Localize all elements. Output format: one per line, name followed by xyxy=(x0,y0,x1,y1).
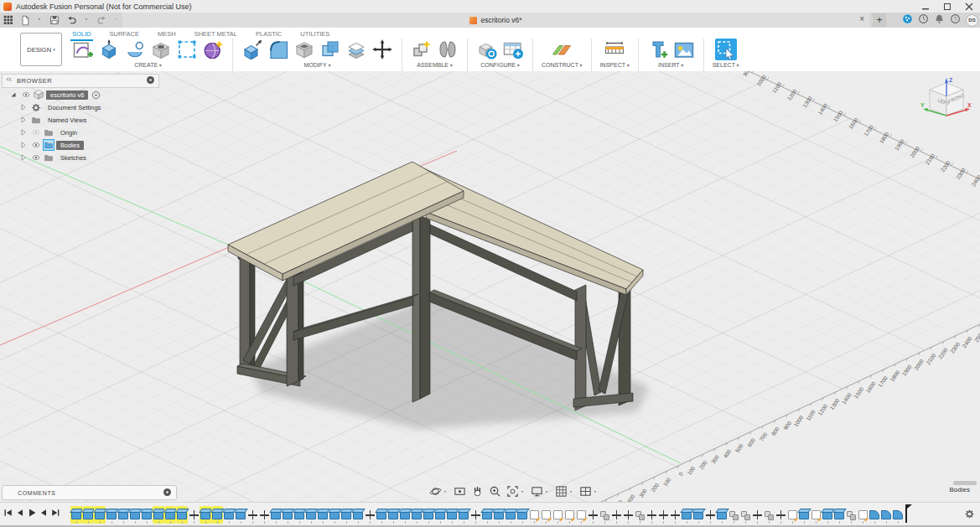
create-sketch-icon[interactable] xyxy=(72,39,94,60)
timeline-feature-copy[interactable] xyxy=(728,506,739,524)
timeline-step-back-button[interactable] xyxy=(15,507,25,519)
visibility-icon[interactable] xyxy=(31,140,41,150)
document-tab-close[interactable]: × xyxy=(859,14,864,23)
notifications-icon[interactable] xyxy=(934,13,945,28)
browser-item-document-settings[interactable]: Document Settings xyxy=(18,101,159,113)
timeline-feature-extrude[interactable] xyxy=(293,506,305,524)
create-form-icon[interactable] xyxy=(202,39,224,60)
timeline-feature-extrude[interactable] xyxy=(141,506,153,524)
timeline-feature-extrude[interactable] xyxy=(387,506,399,524)
dropdown-caret-icon[interactable] xyxy=(568,483,574,499)
visibility-icon[interactable] xyxy=(31,152,41,163)
timeline-feature-move[interactable] xyxy=(246,506,258,524)
close-button[interactable] xyxy=(958,0,980,13)
comments-panel[interactable]: COMMENTS xyxy=(2,485,177,500)
ribbon-group-label[interactable]: INSERT xyxy=(658,62,683,68)
rectangular-pattern-icon[interactable] xyxy=(176,39,198,60)
timeline-feature-sketch[interactable] xyxy=(552,506,563,524)
file-menu-icon[interactable] xyxy=(17,13,34,28)
hole-icon[interactable] xyxy=(150,39,172,60)
timeline-feature-copy[interactable] xyxy=(599,506,610,524)
move-copy-icon[interactable] xyxy=(371,39,393,60)
pan-icon[interactable] xyxy=(471,485,484,498)
timeline-feature-sketch[interactable] xyxy=(857,506,869,524)
extensions-icon[interactable] xyxy=(902,13,913,28)
ribbon-group-label[interactable]: INSPECT xyxy=(600,62,630,68)
visibility-off-icon[interactable] xyxy=(31,127,41,137)
expand-icon[interactable] xyxy=(18,152,29,163)
ribbon-group-label[interactable]: CONFIGURE xyxy=(480,62,520,68)
account-avatar[interactable]: DS xyxy=(966,14,978,27)
viewports-icon[interactable] xyxy=(579,483,599,499)
timeline-feature-extrude[interactable] xyxy=(411,506,423,524)
expand-icon[interactable] xyxy=(18,127,29,137)
timeline-feature-extrude[interactable] xyxy=(434,506,446,524)
dropdown-caret-icon[interactable] xyxy=(544,483,550,499)
minimize-button[interactable] xyxy=(915,0,936,13)
browser-item-bodies[interactable]: Bodies xyxy=(18,139,159,151)
expand-icon[interactable] xyxy=(8,90,18,100)
maximize-button[interactable] xyxy=(936,0,958,13)
save-icon[interactable] xyxy=(46,13,63,28)
look-at-icon[interactable] xyxy=(454,485,466,498)
timeline-feature-extrude[interactable] xyxy=(798,506,810,524)
timeline-feature-move[interactable] xyxy=(669,506,681,524)
browser-item-origin[interactable]: Origin xyxy=(18,127,159,138)
display-settings-icon[interactable] xyxy=(531,483,550,499)
timeline-feature-extrude[interactable] xyxy=(340,506,352,524)
timeline-feature-move[interactable] xyxy=(587,506,599,524)
timeline-feature-extrude[interactable] xyxy=(716,506,728,524)
timeline-feature-extrude[interactable] xyxy=(129,506,141,524)
timeline-feature-sketch[interactable] xyxy=(540,506,552,524)
timeline-feature-sketch[interactable] xyxy=(810,506,822,524)
press-pull-icon[interactable] xyxy=(241,39,263,60)
timeline-feature-copy[interactable] xyxy=(634,506,646,524)
joint-icon[interactable] xyxy=(437,39,459,60)
timeline-feature-extrude[interactable] xyxy=(211,506,223,524)
redo-icon[interactable] xyxy=(93,13,111,28)
timeline-feature-sketch[interactable] xyxy=(563,506,575,524)
grid-and-snaps-icon[interactable] xyxy=(555,483,574,499)
undo-caret-icon[interactable] xyxy=(80,13,93,28)
timeline-feature-extrude[interactable] xyxy=(223,506,235,524)
redo-caret-icon[interactable] xyxy=(111,13,123,28)
timeline-feature-move[interactable] xyxy=(646,506,657,524)
timeline-feature-extrude[interactable] xyxy=(282,506,293,524)
configuration-icon[interactable] xyxy=(476,39,498,60)
timeline-feature-copy[interactable] xyxy=(845,506,857,524)
timeline-feature-extrude[interactable] xyxy=(164,506,176,524)
timeline-feature-move[interactable] xyxy=(258,506,270,524)
ribbon-group-label[interactable]: ASSEMBLE xyxy=(417,62,452,68)
visibility-icon[interactable] xyxy=(21,90,31,100)
ribbon-group-label[interactable]: CREATE xyxy=(134,62,162,68)
timeline-feature-extrude[interactable] xyxy=(481,506,493,524)
ribbon-group-label[interactable]: SELECT xyxy=(713,62,739,68)
insert-canvas-icon[interactable] xyxy=(673,39,695,60)
select-tool-icon[interactable] xyxy=(715,39,737,60)
timeline-feature-move[interactable] xyxy=(751,506,763,524)
offset-face-icon[interactable] xyxy=(345,39,367,60)
timeline-feature-fillet[interactable] xyxy=(892,506,904,524)
measure-icon[interactable] xyxy=(604,39,625,60)
timeline-play-button[interactable] xyxy=(27,507,37,519)
fillet-icon[interactable] xyxy=(267,39,289,60)
expand-icon[interactable] xyxy=(18,115,29,125)
timeline-feature-extrude[interactable] xyxy=(317,506,329,524)
document-tab[interactable]: escritorio v6* × xyxy=(122,13,869,28)
timeline-feature-move[interactable] xyxy=(364,506,376,524)
timeline-feature-move[interactable] xyxy=(610,506,622,524)
insert-derive-icon[interactable] xyxy=(647,39,669,60)
timeline-feature-extrude[interactable] xyxy=(376,506,387,524)
help-icon[interactable]: ? xyxy=(950,13,961,28)
timeline-go-to-start-button[interactable] xyxy=(3,507,13,519)
new-component-icon[interactable] xyxy=(411,39,433,60)
viewport-canvas[interactable]: 9001000110012001300140015001600170018001… xyxy=(0,71,980,503)
browser-item-sketches[interactable]: Sketches xyxy=(18,152,159,163)
browser-item-named-views[interactable]: Named Views xyxy=(18,114,159,126)
ground-icon[interactable] xyxy=(91,90,101,100)
orbit-icon[interactable] xyxy=(429,483,449,499)
timeline-feature-extrude[interactable] xyxy=(94,506,106,524)
canvas-scrollbar-thumb[interactable] xyxy=(953,481,977,485)
timeline-feature-extrude[interactable] xyxy=(493,506,505,524)
undo-icon[interactable] xyxy=(63,13,80,28)
